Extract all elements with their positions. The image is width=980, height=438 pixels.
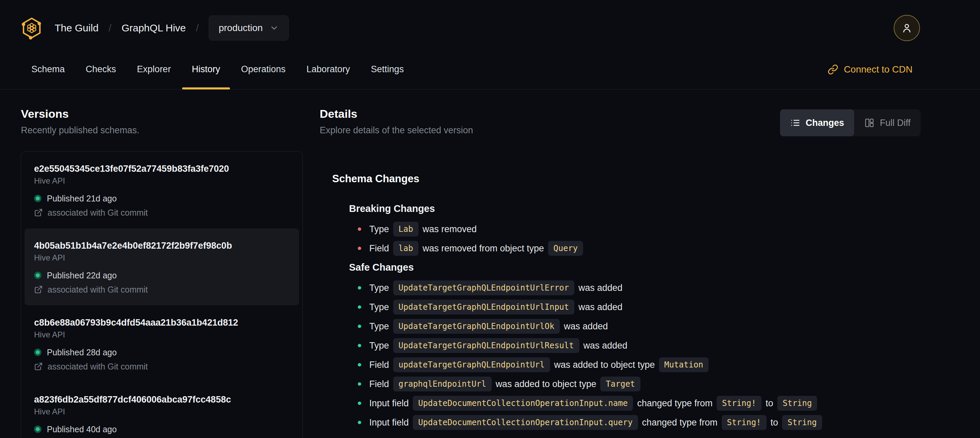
change-item: FieldupdateTargetGraphQLEndpointUrlwas a… [358, 357, 921, 372]
service-name: Hive API [34, 330, 290, 339]
change-list: TypeLabwas removedFieldlabwas removed fr… [349, 222, 921, 256]
code-chip: UpdateDocumentCollectionOperationInput.n… [413, 396, 633, 411]
user-menu-button[interactable] [894, 15, 920, 41]
version-hash: e2e55045345ce13fe07f52a77459b83fa3fe7020 [34, 164, 290, 174]
code-chip: Lab [393, 222, 418, 237]
details-header: Details Explore details of the selected … [320, 107, 921, 136]
target-selector[interactable]: production [209, 16, 289, 40]
code-chip: String! [722, 415, 767, 430]
code-chip: String! [717, 396, 762, 411]
change-text: Field [369, 360, 389, 370]
change-text: Input field [369, 417, 409, 428]
code-chip: Target [600, 377, 640, 392]
external-link-icon [34, 362, 43, 371]
service-name: Hive API [34, 253, 290, 262]
code-chip: updateTargetGraphQLEndpointUrl [393, 357, 550, 372]
person-icon [901, 22, 913, 34]
version-hash: a823f6db2a55df877dcf406006abca97fcc4858c [34, 395, 290, 405]
list-icon [790, 118, 800, 128]
change-section-title: Breaking Changes [349, 203, 921, 214]
change-text: Type [369, 283, 389, 293]
tab-checks[interactable]: Checks [75, 49, 126, 89]
change-text: was removed [423, 224, 477, 234]
git-commit-link[interactable]: associated with Git commit [34, 285, 290, 294]
breadcrumb-org[interactable]: The Guild [55, 22, 99, 34]
version-status: Published 28d ago [34, 348, 290, 357]
change-item: Input fieldUpdateDocumentCollectionOpera… [358, 396, 921, 411]
published-status-dot [34, 195, 41, 202]
code-chip: UpdateTargetGraphQLEndpointUrlResult [393, 338, 579, 353]
change-text: was added [578, 302, 622, 312]
change-item: TypeUpdateTargetGraphQLEndpointUrlResult… [358, 338, 921, 353]
tab-bar: SchemaChecksExplorerHistoryOperationsLab… [0, 49, 980, 90]
change-text: Field [369, 379, 389, 389]
tab-explorer[interactable]: Explorer [126, 49, 181, 89]
change-section: Safe Changes TypeUpdateTargetGraphQLEndp… [332, 262, 921, 430]
tab-settings[interactable]: Settings [361, 49, 414, 89]
change-item: TypeLabwas removed [358, 222, 921, 237]
safe-bullet-icon [358, 421, 361, 424]
tab-operations[interactable]: Operations [231, 49, 296, 89]
published-status-text: Published 40d ago [47, 425, 117, 433]
version-item[interactable]: e2e55045345ce13fe07f52a77459b83fa3fe7020… [21, 151, 302, 228]
schema-changes-section: Schema Changes Breaking Changes TypeLabw… [320, 173, 921, 430]
version-item[interactable]: a823f6db2a55df877dcf406006abca97fcc4858c… [21, 382, 302, 438]
change-text: was removed from object type [423, 243, 544, 254]
change-section: Breaking Changes TypeLabwas removedField… [332, 203, 921, 256]
connect-to-cdn-link[interactable]: Connect to CDN [827, 49, 913, 89]
breadcrumb-project[interactable]: GraphQL Hive [121, 22, 186, 34]
version-status: Published 21d ago [34, 194, 290, 203]
change-item: Input fieldUpdateDocumentCollectionOpera… [358, 415, 921, 430]
service-name: Hive API [34, 407, 290, 416]
change-list: TypeUpdateTargetGraphQLEndpointUrlErrorw… [349, 280, 921, 430]
git-commit-link[interactable]: associated with Git commit [34, 362, 290, 371]
full-diff-toggle-button[interactable]: Full Diff [854, 109, 921, 136]
change-text: was added to object type [554, 360, 655, 370]
code-chip: UpdateTargetGraphQLEndpointUrlError [393, 280, 574, 295]
chevron-down-icon [269, 23, 279, 33]
app-header: The Guild / GraphQL Hive / production [0, 0, 980, 49]
tab-history[interactable]: History [181, 49, 231, 89]
safe-bullet-icon [358, 286, 361, 290]
breadcrumb: The Guild / GraphQL Hive / production [55, 16, 289, 40]
connect-to-cdn-label: Connect to CDN [844, 64, 913, 75]
details-subtitle: Explore details of the selected version [320, 125, 473, 135]
published-status-text: Published 28d ago [47, 348, 117, 357]
tab-laboratory[interactable]: Laboratory [296, 49, 361, 89]
published-status-dot [34, 425, 41, 433]
hive-logo-icon[interactable] [21, 16, 43, 40]
change-text: Type [369, 224, 389, 234]
details-title: Details [320, 107, 473, 121]
safe-bullet-icon [358, 401, 361, 405]
change-text: Type [369, 302, 389, 312]
split-columns-icon [864, 118, 875, 128]
safe-bullet-icon [358, 325, 361, 328]
version-item[interactable]: c8b6e88a06793b9c4dfd54aaa21b36a1b421d812… [21, 306, 302, 382]
change-text: Input field [369, 398, 409, 409]
change-item: FieldgraphqlEndpointUrlwas added to obje… [358, 377, 921, 392]
change-item: TypeUpdateTargetGraphQLEndpointUrlInputw… [358, 299, 921, 314]
breaking-bullet-icon [358, 228, 361, 231]
changes-toggle-button[interactable]: Changes [780, 109, 854, 136]
change-text: to [765, 398, 773, 409]
main-content: Versions Recently published schemas. e2e… [0, 90, 980, 438]
version-hash: c8b6e88a06793b9c4dfd54aaa21b36a1b421d812 [34, 317, 290, 328]
change-text: Type [369, 321, 389, 332]
safe-bullet-icon [358, 363, 361, 366]
code-chip: Mutation [659, 357, 709, 372]
version-hash: 4b05ab51b1b4a7e2e4b0ef82172f2b9f7ef98c0b [34, 241, 290, 251]
code-chip: Query [548, 241, 583, 256]
versions-panel: Versions Recently published schemas. e2e… [21, 107, 303, 438]
change-text: was added to object type [496, 379, 597, 389]
tab-schema[interactable]: Schema [21, 49, 75, 89]
change-item: TypeUpdateTargetGraphQLEndpointUrlErrorw… [358, 280, 921, 295]
code-chip: UpdateDocumentCollectionOperationInput.q… [413, 415, 638, 430]
git-commit-text: associated with Git commit [48, 285, 148, 294]
git-commit-link[interactable]: associated with Git commit [34, 208, 290, 217]
version-item[interactable]: 4b05ab51b1b4a7e2e4b0ef82172f2b9f7ef98c0b… [25, 228, 299, 306]
change-text: Type [369, 341, 389, 351]
version-status: Published 22d ago [34, 271, 290, 280]
change-text: Field [369, 243, 389, 254]
code-chip: graphqlEndpointUrl [393, 377, 492, 392]
change-text: to [771, 417, 778, 428]
